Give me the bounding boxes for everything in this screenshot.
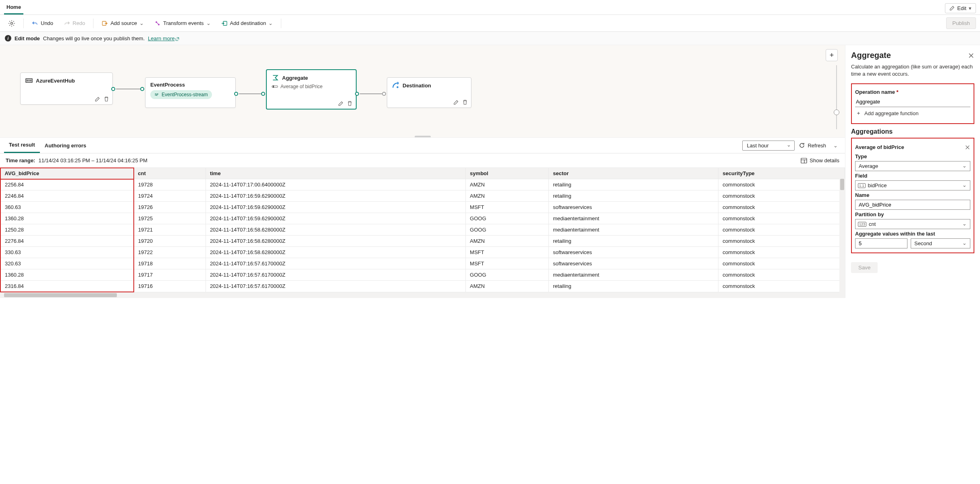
table-cell: commonstock [718, 202, 845, 213]
transform-button[interactable]: Transform events ⌄ [150, 19, 215, 28]
node-process[interactable]: EventProcess EventProcess-stream [145, 77, 236, 108]
table-cell: retailing [549, 190, 718, 202]
window-number-input[interactable] [855, 238, 907, 248]
table-cell: mediaentertainment [549, 213, 718, 224]
table-cell: 19725 [134, 213, 206, 224]
operation-name-input[interactable] [855, 97, 970, 107]
tab-authoring-errors[interactable]: Authoring errors [40, 139, 91, 153]
column-header[interactable]: AVG_bidPrice [0, 168, 134, 179]
name-input[interactable] [855, 200, 970, 210]
refresh-label: Refresh [808, 143, 826, 149]
add-fn-label: Add aggregate function [864, 110, 918, 116]
column-header[interactable]: securityType [718, 168, 845, 179]
edit-button[interactable]: Edit ▾ [945, 3, 976, 13]
table-cell: 19724 [134, 190, 206, 202]
flow-canvas[interactable]: + AzureEventHub EventProcess [0, 45, 845, 138]
table-cell: 2316.84 [0, 281, 134, 292]
table-row[interactable]: 360.63197262024-11-14T07:16:59.6290000ZM… [0, 202, 845, 213]
partition-label: Partition by [855, 211, 970, 217]
edit-label: Edit [957, 5, 966, 11]
tab-home[interactable]: Home [4, 2, 23, 14]
column-header[interactable]: symbol [466, 168, 549, 179]
time-range-label: Time range: [6, 157, 35, 163]
column-header[interactable]: cnt [134, 168, 206, 179]
column-header[interactable]: time [206, 168, 465, 179]
publish-button: Publish [946, 17, 976, 29]
table-row[interactable]: 330.63197222024-11-14T07:16:58.6280000ZM… [0, 247, 845, 258]
column-header[interactable]: sector [549, 168, 718, 179]
table-cell: 19717 [134, 269, 206, 281]
svg-point-3 [158, 24, 160, 25]
undo-label: Undo [41, 20, 53, 26]
table-cell: 19721 [134, 224, 206, 236]
close-icon[interactable] [968, 52, 974, 59]
table-cell: AMZN [466, 179, 549, 190]
table-row[interactable]: 1360.28197252024-11-14T07:16:59.6290000Z… [0, 213, 845, 224]
canvas-add-button[interactable]: + [826, 49, 838, 61]
table-row[interactable]: 2276.84197202024-11-14T07:16:58.6280000Z… [0, 236, 845, 247]
add-aggregate-function-button[interactable]: ＋ Add aggregate function [855, 107, 970, 119]
close-icon[interactable] [965, 145, 970, 150]
table-cell: 2024-11-14T07:17:00.6400000Z [206, 179, 465, 190]
chevron-down-icon: ▾ [969, 5, 972, 11]
table-cell: AMZN [466, 236, 549, 247]
node-aggregate[interactable]: Aggregate Average of bidPrice [266, 69, 357, 110]
partition-select[interactable]: 123cnt [855, 219, 970, 229]
node-destination[interactable]: Destination [387, 77, 471, 108]
name-label: Name [855, 192, 970, 198]
operation-name-label: Operation name [855, 89, 970, 95]
field-label: Field [855, 173, 970, 179]
table-row[interactable]: 2256.84197282024-11-14T07:17:00.6400000Z… [0, 179, 845, 190]
table-cell: GOOG [466, 213, 549, 224]
stream-icon [154, 92, 159, 97]
node-source-title: AzureEventHub [36, 78, 75, 84]
canvas-vertical-slider[interactable] [836, 65, 837, 129]
trash-icon[interactable] [347, 101, 353, 106]
table-cell: 2024-11-14T07:16:57.6170000Z [206, 281, 465, 292]
undo-button[interactable]: Undo [28, 19, 57, 28]
trash-icon[interactable] [462, 99, 468, 105]
canvas-resize-handle[interactable] [415, 136, 431, 138]
table-cell: 2024-11-14T07:16:58.6280000Z [206, 236, 465, 247]
svg-rect-8 [30, 80, 31, 82]
table-cell: 2024-11-14T07:16:59.6290000Z [206, 190, 465, 202]
tab-test-result[interactable]: Test result [4, 138, 40, 153]
pencil-icon[interactable] [338, 101, 344, 106]
add-source-button[interactable]: Add source ⌄ [98, 19, 148, 28]
refresh-button[interactable]: Refresh [799, 142, 826, 149]
learn-more-link[interactable]: Learn more [148, 35, 179, 41]
info-icon: i [5, 35, 11, 41]
pencil-icon[interactable] [95, 96, 100, 102]
table-cell: 19726 [134, 202, 206, 213]
table-row[interactable]: 2246.84197242024-11-14T07:16:59.6290000Z… [0, 190, 845, 202]
table-row[interactable]: 2316.84197162024-11-14T07:16:57.6170000Z… [0, 281, 845, 292]
eventhub-icon [25, 77, 33, 84]
node-aggregate-sub: Average of bidPrice [280, 84, 323, 89]
table-cell: GOOG [466, 269, 549, 281]
table-cell: commonstock [718, 269, 845, 281]
table-vertical-scrollbar[interactable] [839, 179, 845, 292]
table-row[interactable]: 1360.28197172024-11-14T07:16:57.6170000Z… [0, 269, 845, 281]
table-row[interactable]: 320.63197182024-11-14T07:16:57.6170000ZM… [0, 258, 845, 269]
chevron-down-icon: ⌄ [206, 20, 211, 26]
add-destination-button[interactable]: Add destination ⌄ [217, 19, 277, 28]
svg-rect-12 [801, 158, 807, 163]
table-horizontal-scrollbar[interactable] [0, 292, 845, 298]
node-source[interactable]: AzureEventHub [20, 72, 113, 105]
type-select[interactable]: Average [855, 161, 970, 171]
field-select[interactable]: 1.1bidPrice [855, 180, 970, 190]
table-row[interactable]: 1250.28197212024-11-14T07:16:58.6280000Z… [0, 224, 845, 236]
table-cell: commonstock [718, 224, 845, 236]
show-details-button[interactable]: Show details [801, 157, 839, 163]
table-cell: 1360.28 [0, 213, 134, 224]
svg-rect-6 [27, 80, 27, 82]
panel-title: Aggregate [851, 51, 891, 60]
trash-icon[interactable] [104, 96, 109, 102]
table-cell: 19722 [134, 247, 206, 258]
time-range-dropdown[interactable]: Last hour [742, 141, 795, 151]
pencil-icon[interactable] [453, 99, 459, 105]
window-unit-select[interactable]: Second [911, 238, 970, 248]
chevron-down-icon[interactable]: ⌄ [830, 143, 841, 149]
settings-button[interactable] [4, 18, 19, 29]
table-cell: AMZN [466, 190, 549, 202]
